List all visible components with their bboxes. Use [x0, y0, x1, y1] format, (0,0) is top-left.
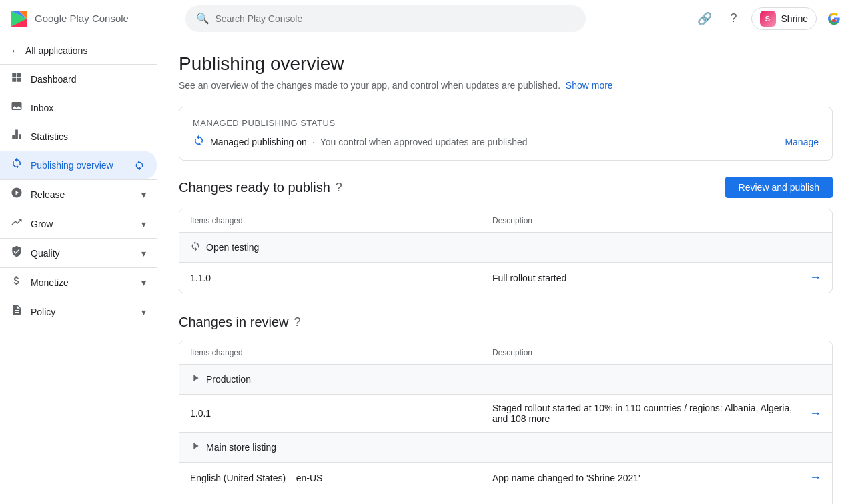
- changes-ready-title: Changes ready to publish ?: [179, 180, 342, 195]
- changes-ready-header: Changes ready to publish ? Review and pu…: [179, 177, 833, 198]
- sidebar-item-dashboard[interactable]: Dashboard: [0, 65, 157, 93]
- release-chevron-icon: ▾: [141, 189, 146, 200]
- sync-icon: [193, 135, 205, 149]
- table-row[interactable]: English (United States) – en-US App name…: [179, 463, 832, 493]
- row-desc-staged: Staged rollout started at 10% in 110 cou…: [492, 403, 795, 424]
- topbar-right: 🔗 ? S Shrine: [693, 7, 846, 31]
- changes-review-table-header: Items changed Description: [179, 341, 832, 365]
- sidebar-item-quality[interactable]: Quality ▾: [0, 238, 157, 267]
- row-item-101: 1.0.1: [190, 408, 492, 419]
- production-label: Production: [206, 374, 251, 385]
- col-description-review: Description: [492, 348, 795, 357]
- page-subtitle: See an overview of the changes made to y…: [179, 80, 833, 91]
- production-group: Production: [179, 365, 832, 395]
- search-input[interactable]: [215, 13, 575, 24]
- dashboard-icon: [11, 71, 23, 87]
- search-bar[interactable]: 🔍: [185, 5, 586, 32]
- policy-chevron-icon: ▾: [141, 307, 146, 317]
- sidebar-item-release-label: Release: [31, 189, 65, 200]
- app-icon: S: [760, 11, 776, 27]
- changes-review-header: Changes in review ?: [179, 315, 833, 330]
- row-arrow-icon[interactable]: →: [795, 471, 821, 485]
- publishing-overview-icon: [11, 157, 23, 173]
- sidebar-item-inbox-label: Inbox: [31, 103, 53, 113]
- sidebar-item-publishing-overview-label: Publishing overview: [31, 160, 113, 171]
- col-description: Description: [492, 216, 795, 225]
- changes-ready-section: Changes ready to publish ? Review and pu…: [179, 177, 833, 293]
- back-button[interactable]: ← All applications: [0, 37, 157, 65]
- link-icon-button[interactable]: 🔗: [693, 7, 717, 31]
- managed-section-title: Managed publishing status: [193, 118, 819, 128]
- changes-in-review-section: Changes in review ? Items changed Descri…: [179, 315, 833, 504]
- main-store-listing-label: Main store listing: [206, 442, 276, 453]
- managed-description: You control when approved updates are pu…: [320, 137, 528, 147]
- sidebar: ← All applications Dashboard Inbox Stati…: [0, 37, 157, 504]
- sidebar-item-policy[interactable]: Policy ▾: [0, 297, 157, 326]
- help-icon-button[interactable]: ?: [722, 7, 746, 31]
- svg-rect-5: [17, 73, 21, 77]
- logo-text: Google Play Console: [35, 13, 129, 24]
- svg-rect-6: [12, 78, 16, 82]
- back-icon: ←: [11, 45, 20, 56]
- managed-publishing-section: Managed publishing status Managed publis…: [179, 107, 833, 161]
- row-arrow-icon[interactable]: →: [795, 271, 821, 285]
- sidebar-item-quality-label: Quality: [31, 248, 60, 259]
- show-more-link[interactable]: Show more: [566, 80, 613, 91]
- monetize-icon: [11, 275, 23, 290]
- sidebar-item-policy-label: Policy: [31, 307, 55, 317]
- row-desc-fullrollout: Full rollout started: [492, 273, 795, 283]
- table-row[interactable]: 1.1.0 Full rollout started →: [179, 263, 832, 293]
- changes-review-title-text: Changes in review: [179, 315, 289, 330]
- sidebar-item-statistics[interactable]: Statistics: [0, 122, 157, 151]
- link-icon: 🔗: [697, 11, 712, 26]
- layout: ← All applications Dashboard Inbox Stati…: [0, 37, 854, 504]
- table-row[interactable]: 1.0.1 Staged rollout started at 10% in 1…: [179, 395, 832, 433]
- sidebar-item-monetize-label: Monetize: [31, 277, 69, 288]
- changes-ready-table-header: Items changed Description: [179, 209, 832, 233]
- row-arrow-icon[interactable]: →: [795, 407, 821, 421]
- sidebar-item-release[interactable]: Release ▾: [0, 179, 157, 209]
- help-icon: ?: [731, 11, 737, 25]
- review-and-publish-button[interactable]: Review and publish: [725, 177, 833, 198]
- col-items-changed: Items changed: [190, 216, 492, 225]
- grow-chevron-icon: ▾: [141, 219, 146, 229]
- release-icon: [11, 187, 23, 202]
- sidebar-item-grow[interactable]: Grow ▾: [0, 209, 157, 238]
- changes-review-title: Changes in review ?: [179, 315, 301, 330]
- svg-rect-7: [17, 78, 21, 82]
- play-console-logo-icon: [8, 8, 29, 29]
- changes-review-help-icon[interactable]: ?: [294, 315, 301, 329]
- search-icon: 🔍: [196, 12, 209, 25]
- sidebar-item-monetize[interactable]: Monetize ▾: [0, 267, 157, 297]
- row-arrow-icon[interactable]: →: [795, 501, 821, 504]
- topbar: Google Play Console 🔍 🔗 ? S Shrine: [0, 0, 854, 37]
- main-content: Publishing overview See an overview of t…: [157, 37, 854, 504]
- quality-icon: [11, 245, 23, 261]
- grow-icon: [11, 216, 23, 231]
- main-store-listing-group: Main store listing: [179, 433, 832, 463]
- table-row[interactable]: Spanish - Spain (es-ES) Phone screenshot…: [179, 493, 832, 504]
- quality-chevron-icon: ▾: [141, 248, 146, 259]
- app-logo: Google Play Console: [8, 8, 129, 29]
- app-chip-name: Shrine: [781, 13, 808, 24]
- managed-separator: ·: [312, 137, 315, 147]
- row-desc-appname: App name changed to 'Shrine 2021': [492, 473, 795, 483]
- page-subtitle-text: See an overview of the changes made to y…: [179, 80, 560, 91]
- svg-rect-4: [12, 73, 16, 77]
- sidebar-item-inbox[interactable]: Inbox: [0, 93, 157, 122]
- active-sync-icon: [133, 159, 146, 172]
- open-testing-label: Open testing: [206, 242, 259, 253]
- google-account-button[interactable]: [822, 7, 846, 31]
- sidebar-item-dashboard-label: Dashboard: [31, 74, 77, 85]
- open-testing-group: Open testing: [179, 233, 832, 263]
- monetize-chevron-icon: ▾: [141, 277, 146, 288]
- sidebar-item-publishing-overview[interactable]: Publishing overview: [0, 151, 157, 179]
- app-chip[interactable]: S Shrine: [751, 7, 817, 30]
- changes-ready-title-text: Changes ready to publish: [179, 180, 330, 195]
- page-title: Publishing overview: [179, 53, 833, 75]
- changes-ready-help-icon[interactable]: ?: [336, 181, 342, 195]
- policy-icon: [11, 304, 23, 319]
- managed-status: Managed publishing on: [210, 137, 307, 147]
- col-items-changed-review: Items changed: [190, 348, 492, 357]
- manage-link[interactable]: Manage: [785, 137, 819, 147]
